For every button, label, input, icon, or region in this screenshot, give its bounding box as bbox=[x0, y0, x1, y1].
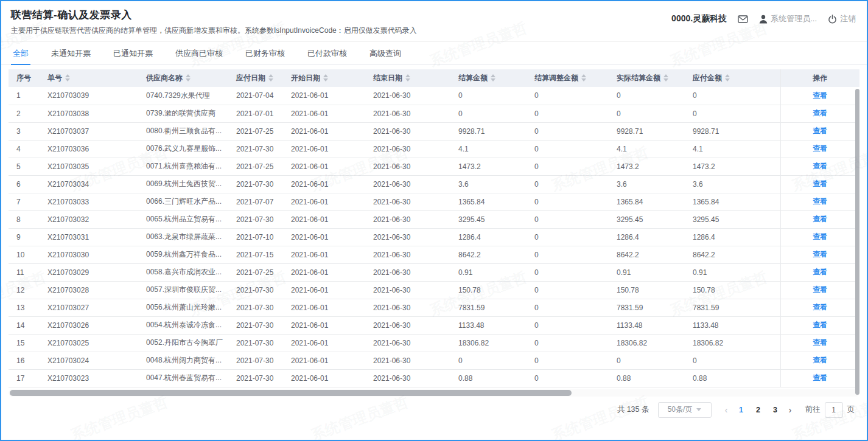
cell: X210703028 bbox=[43, 281, 141, 299]
view-link[interactable]: 查看 bbox=[813, 127, 827, 135]
cell: 0 bbox=[688, 87, 780, 105]
cell: 3.6 bbox=[612, 175, 688, 193]
tab-5[interactable]: 已财务审核 bbox=[243, 42, 287, 64]
column-header-3[interactable]: 供应商名称 bbox=[141, 69, 231, 87]
sort-icon[interactable] bbox=[405, 74, 410, 82]
column-header-4[interactable]: 应付日期 bbox=[231, 69, 286, 87]
table-header-row: 序号单号供应商名称应付日期开始日期结束日期结算金额结算调整金额实际结算金额应付金… bbox=[9, 69, 859, 87]
vertical-scrollbar bbox=[855, 89, 859, 395]
next-page-button[interactable]: › bbox=[784, 405, 797, 414]
column-header-2[interactable]: 单号 bbox=[43, 69, 141, 87]
goto-page-input[interactable] bbox=[825, 402, 843, 418]
action-cell: 查看 bbox=[780, 299, 859, 316]
sort-icon[interactable] bbox=[186, 74, 191, 82]
sort-icon[interactable] bbox=[323, 74, 328, 82]
page-button-3[interactable]: 3 bbox=[767, 406, 784, 414]
page-size-select[interactable]: 50条/页 bbox=[658, 402, 712, 418]
sort-icon[interactable] bbox=[491, 74, 495, 82]
cell: X210703025 bbox=[43, 334, 141, 352]
tab-3[interactable]: 已通知开票 bbox=[111, 42, 155, 64]
cell: 10 bbox=[9, 246, 43, 263]
cell: 4.1 bbox=[688, 140, 780, 158]
cell: 2021-06-30 bbox=[368, 352, 453, 369]
table-row: 11X2107030290058.嘉兴市成润农业...2021-07-25202… bbox=[9, 263, 859, 281]
logout-button[interactable]: 注销 bbox=[828, 13, 856, 24]
vertical-scrollbar-thumb[interactable] bbox=[855, 89, 859, 395]
action-cell: 查看 bbox=[780, 175, 859, 193]
cell: 2021-07-04 bbox=[231, 87, 286, 105]
view-link[interactable]: 查看 bbox=[813, 321, 827, 329]
tab-1[interactable]: 全部 bbox=[11, 42, 30, 64]
envelope-icon bbox=[738, 15, 748, 24]
view-link[interactable]: 查看 bbox=[813, 303, 827, 311]
column-header-9[interactable]: 实际结算金额 bbox=[612, 69, 688, 87]
column-header-10[interactable]: 应付金额 bbox=[688, 69, 780, 87]
cell: 2021-07-30 bbox=[231, 334, 286, 352]
cell: 7831.59 bbox=[612, 299, 688, 316]
column-header-8[interactable]: 结算调整金额 bbox=[530, 69, 612, 87]
action-cell: 查看 bbox=[780, 263, 859, 281]
view-link[interactable]: 查看 bbox=[813, 215, 827, 223]
cell: 2021-06-30 bbox=[368, 299, 453, 316]
cell: 2021-06-01 bbox=[286, 193, 368, 210]
table-body: 1X2107030390740.7329水果代理2021-07-042021-0… bbox=[9, 87, 859, 387]
view-link[interactable]: 查看 bbox=[813, 338, 827, 347]
column-header-6[interactable]: 结束日期 bbox=[368, 69, 453, 87]
cell: 0 bbox=[530, 210, 612, 228]
cell: 0739.漱的联营供应商 bbox=[141, 105, 231, 122]
cell: 0 bbox=[530, 228, 612, 246]
cell: 18306.82 bbox=[688, 334, 780, 352]
cell: 8 bbox=[9, 210, 43, 228]
mail-button[interactable] bbox=[738, 15, 748, 24]
column-header-7[interactable]: 结算金额 bbox=[453, 69, 530, 87]
cell: 2021-07-30 bbox=[231, 316, 286, 334]
tab-4[interactable]: 供应商已审核 bbox=[173, 42, 225, 64]
sort-icon[interactable] bbox=[65, 74, 70, 82]
cell: 2021-06-01 bbox=[286, 299, 368, 316]
action-cell: 查看 bbox=[780, 158, 859, 175]
tab-7[interactable]: 高级查询 bbox=[368, 42, 403, 64]
view-link[interactable]: 查看 bbox=[813, 250, 827, 259]
table-row: 7X2107030330066.三门辉旺水产品...2021-07-072021… bbox=[9, 193, 859, 210]
view-link[interactable]: 查看 bbox=[813, 109, 827, 117]
cell: 0 bbox=[530, 87, 612, 105]
horizontal-scrollbar-thumb[interactable] bbox=[10, 390, 572, 396]
sort-icon[interactable] bbox=[725, 74, 730, 82]
cell: 2021-06-30 bbox=[368, 122, 453, 140]
view-link[interactable]: 查看 bbox=[813, 179, 827, 188]
page-button-2[interactable]: 2 bbox=[750, 406, 767, 414]
view-link[interactable]: 查看 bbox=[813, 232, 827, 241]
view-link[interactable]: 查看 bbox=[813, 356, 827, 364]
prev-page-button[interactable]: ‹ bbox=[720, 405, 733, 414]
sort-icon[interactable] bbox=[663, 74, 668, 82]
table-row: 10X2107030300059.杭州鑫万祥食品...2021-07-15202… bbox=[9, 246, 859, 263]
cell: 2021-06-30 bbox=[368, 175, 453, 193]
table-row: 8X2107030320065.杭州品立贸易有...2021-07-302021… bbox=[9, 210, 859, 228]
view-link[interactable]: 查看 bbox=[813, 285, 827, 294]
view-link[interactable]: 查看 bbox=[813, 197, 827, 206]
sort-icon[interactable] bbox=[581, 74, 586, 82]
cell: 2021-06-30 bbox=[368, 246, 453, 263]
cell: 2021-07-01 bbox=[231, 105, 286, 122]
view-link[interactable]: 查看 bbox=[813, 268, 827, 276]
cell: 1286.4 bbox=[453, 228, 530, 246]
cell: 2021-06-30 bbox=[368, 281, 453, 299]
action-cell: 查看 bbox=[780, 87, 859, 105]
view-link[interactable]: 查看 bbox=[813, 373, 827, 382]
cell: 0 bbox=[530, 193, 612, 210]
sort-icon[interactable] bbox=[268, 74, 273, 82]
cell: 0.88 bbox=[612, 369, 688, 387]
tab-6[interactable]: 已付款审核 bbox=[306, 42, 349, 64]
table-row: 3X2107030370080.衢州三顺食品有...2021-07-252021… bbox=[9, 122, 859, 140]
view-link[interactable]: 查看 bbox=[813, 144, 827, 153]
view-link[interactable]: 查看 bbox=[813, 162, 827, 170]
cell: 2021-06-01 bbox=[286, 140, 368, 158]
column-header-5[interactable]: 开始日期 bbox=[286, 69, 368, 87]
column-label: 单号 bbox=[47, 74, 62, 82]
cell: 2021-06-30 bbox=[368, 210, 453, 228]
cell: 0 bbox=[530, 158, 612, 175]
tab-2[interactable]: 未通知开票 bbox=[49, 42, 93, 64]
page-button-1[interactable]: 1 bbox=[733, 406, 750, 414]
user-menu[interactable]: 系统管理员... bbox=[759, 13, 817, 24]
view-link[interactable]: 查看 bbox=[813, 91, 827, 100]
